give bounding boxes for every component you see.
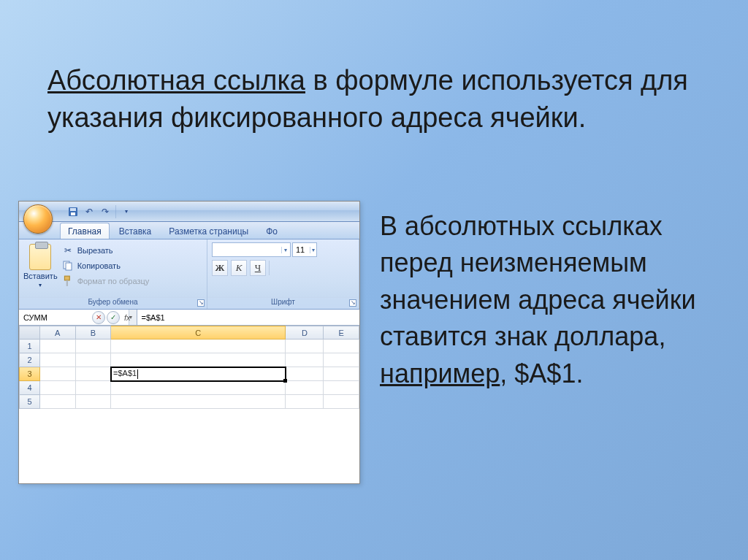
cell[interactable] — [324, 395, 359, 409]
group-font: ▾ ▾ Ж К Ч Шрифт ↘ — [207, 239, 359, 309]
cell[interactable] — [111, 340, 286, 353]
cell[interactable] — [75, 340, 111, 353]
row-header[interactable]: 3 — [20, 367, 40, 381]
select-all-corner[interactable] — [20, 326, 40, 340]
cell[interactable] — [286, 367, 324, 381]
chevron-down-icon[interactable]: ▾ — [281, 247, 290, 253]
tab-home[interactable]: Главная — [60, 223, 110, 239]
row-header[interactable]: 4 — [20, 381, 40, 395]
redo-icon[interactable]: ↷ — [99, 206, 111, 218]
tab-page-layout[interactable]: Разметка страницы — [161, 223, 256, 239]
enter-icon[interactable]: ✓ — [107, 311, 120, 324]
clipboard-dialog-launcher-icon[interactable]: ↘ — [197, 299, 205, 307]
copy-icon — [62, 260, 74, 272]
paste-dropdown-icon[interactable]: ▾ — [39, 282, 42, 288]
active-cell[interactable]: =$A$1 — [111, 367, 286, 381]
cell[interactable] — [111, 353, 286, 367]
formula-input[interactable] — [137, 310, 359, 325]
paragraph-underlined: например — [380, 358, 500, 388]
cell[interactable] — [324, 381, 359, 395]
ribbon: Вставить ▾ ✂ Вырезать Копировать — [19, 239, 359, 310]
scissors-icon: ✂ — [62, 245, 74, 256]
group-clipboard-label: Буфер обмена ↘ — [19, 297, 207, 309]
tab-insert[interactable]: Вставка — [111, 223, 160, 239]
ribbon-tabs: Главная Вставка Разметка страницы Фо — [19, 222, 359, 239]
undo-icon[interactable]: ↶ — [83, 206, 95, 218]
col-header[interactable]: A — [40, 326, 76, 340]
col-header[interactable]: D — [286, 326, 324, 340]
slide-paragraph: В абсолютных ссылках перед неизменяемым … — [380, 208, 723, 392]
text-caret — [137, 369, 138, 379]
svg-rect-1 — [70, 208, 76, 211]
font-size-combo[interactable]: ▾ — [292, 242, 317, 257]
cell[interactable] — [111, 381, 286, 395]
underline-button[interactable]: Ч — [250, 260, 266, 276]
svg-rect-2 — [71, 212, 75, 215]
cancel-icon[interactable]: ✕ — [92, 311, 105, 324]
cell-value: =$A$1 — [113, 369, 137, 377]
fx-icon[interactable]: fx — [121, 313, 134, 322]
formula-bar-buttons: ✕ ✓ fx — [89, 310, 137, 325]
qat-customize-icon[interactable]: ▾ — [121, 206, 132, 218]
row-header[interactable]: 2 — [20, 353, 40, 367]
cell[interactable] — [40, 395, 76, 409]
cell[interactable] — [40, 340, 76, 353]
cell[interactable] — [40, 381, 76, 395]
spreadsheet-grid[interactable]: A B C D E 1 2 3 =$A$1 4 5 — [19, 326, 359, 409]
group-font-label: Шрифт ↘ — [207, 297, 359, 309]
cell[interactable] — [324, 340, 359, 353]
paragraph-text: , $A$1. — [500, 358, 583, 388]
cell[interactable] — [111, 395, 286, 409]
format-painter-button[interactable]: Формат по образцу — [61, 275, 151, 288]
cut-button[interactable]: ✂ Вырезать — [61, 244, 151, 257]
col-header[interactable]: C — [111, 326, 286, 340]
copy-label: Копировать — [77, 261, 121, 270]
font-dialog-launcher-icon[interactable]: ↘ — [349, 299, 356, 307]
save-icon[interactable] — [67, 206, 79, 218]
row-header[interactable]: 5 — [20, 395, 40, 409]
group-clipboard: Вставить ▾ ✂ Вырезать Копировать — [19, 239, 207, 309]
formula-bar: ▾ ✕ ✓ fx — [19, 310, 359, 326]
office-button[interactable] — [23, 204, 53, 234]
cell[interactable] — [286, 340, 324, 353]
cell[interactable] — [286, 395, 324, 409]
cell[interactable] — [75, 367, 111, 381]
col-header[interactable]: E — [324, 326, 359, 340]
brush-icon — [62, 275, 74, 287]
separator — [269, 261, 270, 275]
heading-term: Абсолютная ссылка — [47, 65, 305, 96]
paragraph-text: В абсолютных ссылках перед неизменяемым … — [380, 211, 696, 351]
italic-button[interactable]: К — [231, 260, 247, 276]
cell[interactable] — [75, 395, 111, 409]
title-bar: ↶ ↷ ▾ — [19, 202, 359, 222]
paste-button[interactable]: Вставить ▾ — [23, 242, 58, 294]
svg-rect-6 — [66, 280, 67, 286]
cell[interactable] — [324, 353, 359, 367]
svg-rect-4 — [66, 263, 72, 270]
cell[interactable] — [40, 353, 76, 367]
font-name-combo[interactable]: ▾ — [212, 242, 291, 257]
paste-icon — [29, 244, 51, 270]
paste-label: Вставить — [23, 272, 58, 280]
font-name-input[interactable] — [213, 245, 281, 254]
cell[interactable] — [75, 353, 111, 367]
slide-heading: Абсолютная ссылка в формуле используется… — [47, 62, 690, 137]
excel-screenshot: ↶ ↷ ▾ Главная Вставка Разметка страницы … — [18, 201, 360, 484]
cell[interactable] — [40, 367, 76, 381]
bold-button[interactable]: Ж — [212, 260, 228, 276]
cell[interactable] — [286, 381, 324, 395]
svg-rect-5 — [64, 276, 69, 280]
cell[interactable] — [75, 381, 111, 395]
tab-formulas[interactable]: Фо — [258, 223, 286, 239]
col-header[interactable]: B — [75, 326, 111, 340]
font-size-input[interactable] — [293, 245, 310, 254]
cell[interactable] — [324, 367, 359, 381]
row-header[interactable]: 1 — [20, 340, 40, 353]
chevron-down-icon[interactable]: ▾ — [310, 247, 316, 253]
cell[interactable] — [286, 353, 324, 367]
copy-button[interactable]: Копировать — [61, 259, 151, 272]
format-painter-label: Формат по образцу — [77, 277, 150, 285]
cut-label: Вырезать — [77, 246, 113, 255]
name-box[interactable]: ▾ — [19, 310, 89, 325]
qat-separator — [115, 205, 116, 218]
